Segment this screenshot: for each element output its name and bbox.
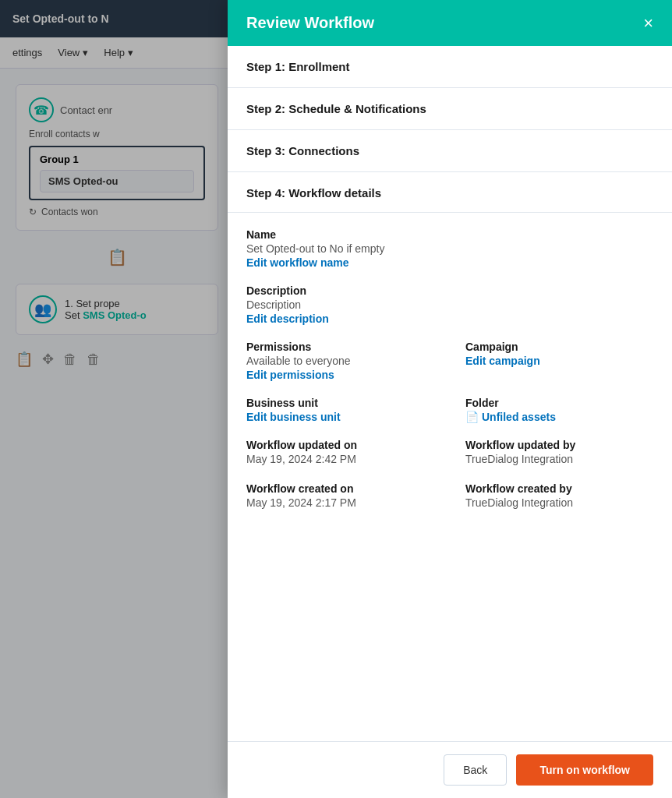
updated-by-value: TrueDialog Integration <box>465 453 653 465</box>
created-on-col: Workflow created on May 19, 2024 2:17 PM <box>246 482 434 510</box>
updated-on-col: Workflow updated on May 19, 2024 2:42 PM <box>246 439 434 467</box>
permissions-value: Available to everyone <box>246 355 434 367</box>
edit-permissions-link[interactable]: Edit permissions <box>246 369 334 381</box>
step1-title: Step 1: Enrollment <box>246 60 350 73</box>
created-on-label: Workflow created on <box>246 482 434 495</box>
modal-close-button[interactable]: × <box>643 15 653 32</box>
description-row: Description Description Edit description <box>246 284 653 325</box>
review-workflow-modal: Review Workflow × Step 1: Enrollment Ste… <box>228 0 672 798</box>
modal-body[interactable]: Step 1: Enrollment Step 2: Schedule & No… <box>228 46 672 741</box>
created-by-value: TrueDialog Integration <box>465 496 653 509</box>
step1-section: Step 1: Enrollment <box>228 46 672 88</box>
campaign-col: Campaign Edit campaign <box>465 341 653 381</box>
unfiled-assets-link[interactable]: 📄 Unfiled assets <box>465 411 653 423</box>
edit-business-unit-link[interactable]: Edit business unit <box>246 411 341 423</box>
folder-label: Folder <box>465 397 653 409</box>
step4-body: Name Set Opted-out to No if empty Edit w… <box>228 213 672 542</box>
modal-title: Review Workflow <box>246 14 374 32</box>
created-on-value: May 19, 2024 2:17 PM <box>246 496 434 509</box>
edit-workflow-name-link[interactable]: Edit workflow name <box>246 256 348 269</box>
edit-description-link[interactable]: Edit description <box>246 312 329 325</box>
description-value: Description <box>246 298 653 311</box>
permissions-campaign-row: Permissions Available to everyone Edit p… <box>246 341 653 381</box>
updated-row: Workflow updated on May 19, 2024 2:42 PM… <box>246 439 653 467</box>
step4-header: Step 4: Workflow details <box>228 172 672 213</box>
created-by-label: Workflow created by <box>465 482 653 495</box>
name-row: Name Set Opted-out to No if empty Edit w… <box>246 228 653 269</box>
modal-footer: Back Turn on workflow <box>228 741 672 798</box>
name-value: Set Opted-out to No if empty <box>246 242 653 255</box>
updated-on-value: May 19, 2024 2:42 PM <box>246 453 434 465</box>
permissions-col: Permissions Available to everyone Edit p… <box>246 341 434 381</box>
folder-link-text: Unfiled assets <box>482 411 556 423</box>
folder-col: Folder 📄 Unfiled assets <box>465 397 653 423</box>
created-row: Workflow created on May 19, 2024 2:17 PM… <box>246 482 653 510</box>
permissions-label: Permissions <box>246 341 434 353</box>
created-by-col: Workflow created by TrueDialog Integrati… <box>465 482 653 510</box>
back-button[interactable]: Back <box>444 754 507 786</box>
step2-title: Step 2: Schedule & Notifications <box>246 102 426 115</box>
updated-by-label: Workflow updated by <box>465 439 653 451</box>
business-unit-label: Business unit <box>246 397 434 409</box>
edit-campaign-link[interactable]: Edit campaign <box>465 355 540 367</box>
step3-title: Step 3: Connections <box>246 144 359 157</box>
description-label: Description <box>246 284 653 297</box>
modal-header: Review Workflow × <box>228 0 672 46</box>
turn-on-workflow-button[interactable]: Turn on workflow <box>516 754 653 786</box>
updated-on-label: Workflow updated on <box>246 439 434 451</box>
campaign-label: Campaign <box>465 341 653 353</box>
step4-title: Step 4: Workflow details <box>246 186 381 200</box>
updated-by-col: Workflow updated by TrueDialog Integrati… <box>465 439 653 467</box>
step3-section: Step 3: Connections <box>228 130 672 172</box>
name-label: Name <box>246 228 653 241</box>
step2-section: Step 2: Schedule & Notifications <box>228 88 672 130</box>
folder-icon: 📄 <box>465 411 479 423</box>
business-folder-row: Business unit Edit business unit Folder … <box>246 397 653 423</box>
business-unit-col: Business unit Edit business unit <box>246 397 434 423</box>
